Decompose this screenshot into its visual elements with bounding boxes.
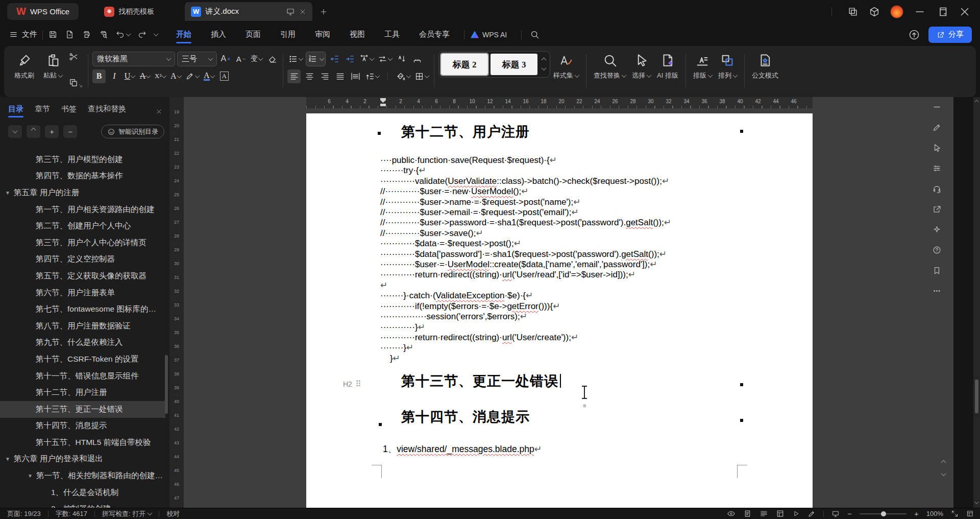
ink-annotate-icon[interactable] [932, 123, 942, 132]
outline-view-icon[interactable] [776, 509, 785, 518]
tab-插入[interactable]: 插入 [210, 25, 227, 44]
file-menu[interactable]: 文件 [9, 30, 37, 39]
font-name-select[interactable]: 微软雅黑 [92, 52, 175, 66]
font-size-select[interactable]: 三号 [177, 52, 217, 66]
cjk-layout-button[interactable] [377, 52, 393, 66]
ribbon-button-样式集[interactable]: 样式集 [550, 50, 582, 95]
decrease-font-button[interactable]: A− [234, 52, 248, 66]
toc-zoom-out-button[interactable]: − [63, 125, 77, 138]
font-color-button[interactable]: A [202, 69, 215, 83]
cut-icon[interactable] [68, 52, 79, 62]
align-left-button[interactable] [287, 69, 301, 83]
status-3[interactable]: 校对 [159, 509, 187, 518]
help-icon[interactable] [932, 245, 942, 255]
toc-collapse-caret[interactable]: ▼ [28, 473, 33, 479]
toc-item[interactable]: 第十五节、HTML5 前端自带校验 [0, 434, 165, 451]
collapse-icon[interactable] [932, 102, 942, 112]
code-paragraphs[interactable]: ····public·function·save(Request·$reques… [380, 155, 671, 364]
toc-item[interactable]: 第十三节、更正一处错误 [0, 401, 165, 418]
minimize-icon[interactable] [914, 6, 926, 18]
restore-icon[interactable] [936, 6, 948, 18]
sidebar-tab-章节[interactable]: 章节 [35, 104, 50, 119]
ribbon-button-查找替换[interactable]: 查找替换 [591, 50, 629, 95]
share-button[interactable]: 分享 [928, 27, 972, 43]
italic-button[interactable]: I [108, 69, 121, 83]
cloud-upload-icon[interactable] [908, 29, 920, 41]
highlight-button[interactable] [184, 69, 200, 83]
status-0[interactable]: 页面: 19/23 [0, 509, 48, 518]
ribbon-button-排版[interactable]: 排版 [690, 50, 715, 95]
user-avatar[interactable] [890, 5, 903, 18]
tab-引用[interactable]: 引用 [279, 25, 297, 44]
distribute-button[interactable] [349, 69, 362, 83]
gallery-down-icon[interactable] [542, 65, 547, 70]
apps-cube-icon[interactable] [869, 6, 880, 17]
toc-expand-button[interactable] [27, 125, 40, 138]
copy-icon[interactable] [68, 78, 79, 88]
tab-视图[interactable]: 视图 [349, 25, 366, 44]
toc-item[interactable]: 第九节、什么是依赖注入 [0, 335, 165, 351]
layout-switch-icon[interactable] [966, 510, 974, 517]
indent-marker-first-line[interactable] [380, 98, 386, 103]
redo-icon[interactable] [137, 30, 147, 39]
ribbon-button-选择[interactable]: 选择 [629, 50, 654, 95]
borders-button[interactable] [413, 69, 430, 83]
heading-14[interactable]: 第十四节、消息提示 [401, 408, 530, 426]
fullscreen-icon[interactable] [951, 510, 959, 517]
close-window-icon[interactable] [959, 6, 971, 18]
align-right-button[interactable] [318, 69, 331, 83]
toc-item[interactable]: 第十一节、错误信息显示组件 [0, 368, 165, 385]
toc-item[interactable]: 第七节、fontawesome 图标库的… [0, 301, 165, 318]
smart-toc-button[interactable]: 智能识别目录 [101, 125, 164, 138]
toc-item[interactable]: 第十四节、消息提示 [0, 418, 165, 435]
tab-页面[interactable]: 页面 [244, 25, 262, 44]
ai-assistant-icon[interactable] [932, 225, 942, 234]
app-home-tab[interactable]: W WPS Office [7, 3, 79, 20]
quick-share-icon[interactable] [932, 204, 942, 214]
format-painter-button[interactable]: 格式刷 [11, 50, 37, 95]
superscript-button[interactable]: X² [154, 69, 167, 83]
toc-item[interactable]: ▼第六章 用户的登录和退出 [0, 451, 165, 468]
toc-collapse-caret[interactable]: ▼ [5, 456, 10, 462]
indent-marker-left[interactable] [380, 104, 386, 106]
page-view-icon[interactable] [743, 509, 752, 518]
phonetic-guide-button[interactable]: 变 [250, 52, 263, 66]
document-tab[interactable]: W 讲义.docx [185, 2, 312, 21]
ink-mode-icon[interactable] [807, 510, 816, 518]
toc-item[interactable]: 第六节、用户注册表单 [0, 285, 165, 301]
new-tab-icon[interactable] [320, 8, 328, 16]
text-effects-button[interactable]: A [169, 69, 182, 83]
justify-button[interactable] [333, 69, 347, 83]
sidebar-tab-查找和替换[interactable]: 查找和替换 [88, 104, 126, 119]
toc-item[interactable]: 第四节、定义空控制器 [0, 251, 165, 268]
select-tool-icon[interactable] [932, 143, 942, 153]
save-icon[interactable] [48, 30, 58, 39]
quickbar-more-icon[interactable] [154, 31, 159, 36]
support-icon[interactable] [932, 184, 942, 194]
shading-button[interactable] [395, 69, 411, 83]
toc-item[interactable]: 2、控制器的创建 [0, 501, 165, 508]
list-paragraph[interactable]: 1、view/shared/_messages.blade.php↵ [383, 443, 542, 455]
toc-item[interactable]: 第四节、数据的基本操作 [0, 168, 165, 185]
undo-button[interactable] [115, 30, 130, 39]
toc-item[interactable]: 第二节、创建用户个人中心 [0, 218, 165, 234]
sort-button[interactable] [395, 52, 408, 66]
vertical-scrollbar[interactable] [973, 97, 980, 508]
paste-button[interactable]: 粘贴 [40, 50, 65, 95]
toc-item[interactable]: 1、什么是会话机制 [0, 484, 165, 501]
document-page[interactable]: 第十二节、用户注册 ····public·function·save(Reque… [306, 113, 813, 508]
heading-13[interactable]: 第十三节、更正一处错误 [401, 372, 561, 390]
scrollbar-thumb[interactable] [975, 380, 978, 413]
dialog-launcher-icon[interactable] [78, 83, 84, 89]
web-view-icon[interactable] [760, 509, 768, 518]
search-icon[interactable] [530, 30, 540, 39]
more-tools-icon[interactable] [932, 286, 942, 296]
toc-item[interactable]: ▼第五章 用户的注册 [0, 184, 165, 201]
line-spacing-button[interactable] [364, 69, 380, 83]
tab-开始[interactable]: 开始 [175, 25, 192, 44]
ribbon-button-AI 排版[interactable]: AI 排版 [654, 50, 681, 95]
zoom-slider[interactable] [860, 513, 906, 514]
heading-12[interactable]: 第十二节、用户注册 [401, 123, 530, 141]
toc-collapse-caret[interactable]: ▼ [5, 190, 10, 196]
template-tab[interactable]: ❋ 找稻壳模板 [96, 3, 162, 20]
